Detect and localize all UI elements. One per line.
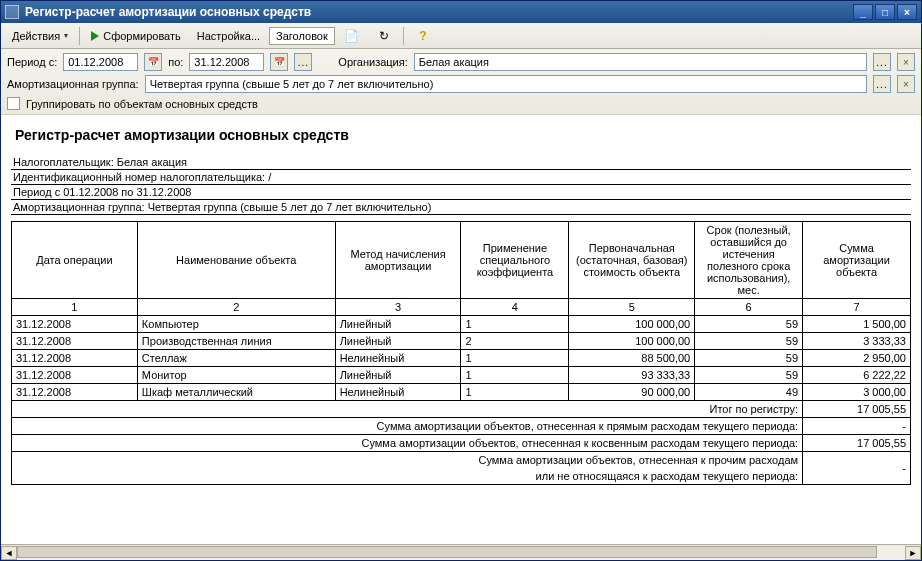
date-to-input[interactable]: 31.12.2008 bbox=[189, 53, 264, 71]
cell-method: Линейный bbox=[335, 316, 461, 333]
total-direct-row: Сумма амортизации объектов, отнесенная к… bbox=[12, 418, 911, 435]
period-to-label: по: bbox=[168, 56, 183, 68]
header-button[interactable]: Заголовок bbox=[269, 27, 335, 45]
cell-coef: 1 bbox=[461, 384, 569, 401]
separator bbox=[403, 27, 404, 45]
cell-amort: 3 000,00 bbox=[803, 384, 911, 401]
colnum: 3 bbox=[335, 299, 461, 316]
table-header-row: Дата операции Наименование объекта Метод… bbox=[12, 222, 911, 299]
col-name: Наименование объекта bbox=[137, 222, 335, 299]
cell-amort: 3 333,33 bbox=[803, 333, 911, 350]
org-select-button[interactable]: ... bbox=[873, 53, 891, 71]
cell-coef: 1 bbox=[461, 350, 569, 367]
scroll-right-arrow-icon[interactable]: ► bbox=[905, 546, 921, 560]
date-from-input[interactable]: 01.12.2008 bbox=[63, 53, 138, 71]
total-other-row2: или не относящаяся к расходам текущего п… bbox=[12, 468, 911, 485]
col-cost: Первоначальная (остаточная, базовая) сто… bbox=[569, 222, 695, 299]
period-line: Период с 01.12.2008 по 31.12.2008 bbox=[11, 185, 911, 200]
minimize-button[interactable]: _ bbox=[853, 4, 873, 20]
cell-date: 31.12.2008 bbox=[12, 350, 138, 367]
taxpayer-line: Налогоплательщик: Белая акация bbox=[11, 155, 911, 170]
tool-icon-2[interactable]: ↻ bbox=[369, 25, 399, 47]
scroll-thumb[interactable] bbox=[17, 546, 877, 558]
total-register-row: Итог по регистру: 17 005,55 bbox=[12, 401, 911, 418]
cell-term: 59 bbox=[695, 367, 803, 384]
actions-menu[interactable]: Действия ▾ bbox=[5, 27, 75, 45]
filter-panel: Период с: 01.12.2008 📅 по: 31.12.2008 📅 … bbox=[1, 49, 921, 115]
total-other-row: Сумма амортизации объектов, отнесенная к… bbox=[12, 452, 911, 469]
cell-cost: 88 500,00 bbox=[569, 350, 695, 367]
colnum: 6 bbox=[695, 299, 803, 316]
cell-method: Нелинейный bbox=[335, 384, 461, 401]
total-indirect-label: Сумма амортизации объектов, отнесенная к… bbox=[12, 435, 803, 452]
separator bbox=[79, 27, 80, 45]
scroll-left-arrow-icon[interactable]: ◄ bbox=[1, 546, 17, 560]
cell-name: Компьютер bbox=[137, 316, 335, 333]
group-input[interactable]: Четвертая группа (свыше 5 лет до 7 лет в… bbox=[145, 75, 867, 93]
cell-amort: 2 950,00 bbox=[803, 350, 911, 367]
calendar-from-button[interactable]: 📅 bbox=[144, 53, 162, 71]
total-other-value: - bbox=[803, 452, 911, 485]
table-row: 31.12.2008КомпьютерЛинейный1100 000,0059… bbox=[12, 316, 911, 333]
cell-term: 59 bbox=[695, 333, 803, 350]
window: Регистр-расчет амортизации основных сред… bbox=[0, 0, 922, 561]
help-icon: ? bbox=[415, 28, 431, 44]
cell-method: Линейный bbox=[335, 333, 461, 350]
cell-term: 49 bbox=[695, 384, 803, 401]
cell-cost: 93 333,33 bbox=[569, 367, 695, 384]
settings-button[interactable]: Настройка... bbox=[190, 27, 267, 45]
app-icon bbox=[5, 5, 19, 19]
cell-amort: 1 500,00 bbox=[803, 316, 911, 333]
colnum: 5 bbox=[569, 299, 695, 316]
cell-cost: 100 000,00 bbox=[569, 316, 695, 333]
colnum: 2 bbox=[137, 299, 335, 316]
table-row: 31.12.2008Шкаф металлическийНелинейный19… bbox=[12, 384, 911, 401]
inn-line: Идентификационный номер налогоплательщик… bbox=[11, 170, 911, 185]
cell-term: 59 bbox=[695, 350, 803, 367]
group-by-objects-label: Группировать по объектам основных средст… bbox=[26, 98, 258, 110]
report-area: Регистр-расчет амортизации основных сред… bbox=[1, 115, 921, 544]
cell-date: 31.12.2008 bbox=[12, 333, 138, 350]
tool-icon-1[interactable]: 📄 bbox=[337, 25, 367, 47]
group-line: Амортизационная группа: Четвертая группа… bbox=[11, 200, 911, 215]
maximize-button[interactable]: □ bbox=[875, 4, 895, 20]
col-method: Метод начисления амортизации bbox=[335, 222, 461, 299]
col-term: Срок (полезный, оставшийся до истечения … bbox=[695, 222, 803, 299]
org-input[interactable]: Белая акация bbox=[414, 53, 867, 71]
form-button[interactable]: Сформировать bbox=[84, 27, 188, 45]
table-row: 31.12.2008Производственная линияЛинейный… bbox=[12, 333, 911, 350]
cell-name: Монитор bbox=[137, 367, 335, 384]
close-button[interactable]: × bbox=[897, 4, 917, 20]
cell-cost: 100 000,00 bbox=[569, 333, 695, 350]
org-label: Организация: bbox=[338, 56, 407, 68]
horizontal-scrollbar[interactable]: ◄ ► bbox=[1, 544, 921, 560]
cell-name: Шкаф металлический bbox=[137, 384, 335, 401]
report-title: Регистр-расчет амортизации основных сред… bbox=[15, 127, 911, 143]
group-by-objects-checkbox[interactable] bbox=[7, 97, 20, 110]
total-direct-label: Сумма амортизации объектов, отнесенная к… bbox=[12, 418, 803, 435]
calendar-to-button[interactable]: 📅 bbox=[270, 53, 288, 71]
col-coef: Применение специального коэффициента bbox=[461, 222, 569, 299]
group-clear-button[interactable]: × bbox=[897, 75, 915, 93]
scroll-track[interactable] bbox=[17, 546, 905, 560]
cell-method: Нелинейный bbox=[335, 350, 461, 367]
colnum: 7 bbox=[803, 299, 911, 316]
period-from-label: Период с: bbox=[7, 56, 57, 68]
cell-coef: 2 bbox=[461, 333, 569, 350]
table-row: 31.12.2008СтеллажНелинейный188 500,00592… bbox=[12, 350, 911, 367]
group-label: Амортизационная группа: bbox=[7, 78, 139, 90]
colnum: 1 bbox=[12, 299, 138, 316]
titlebar: Регистр-расчет амортизации основных сред… bbox=[1, 1, 921, 23]
total-indirect-row: Сумма амортизации объектов, отнесенная к… bbox=[12, 435, 911, 452]
group-select-button[interactable]: ... bbox=[873, 75, 891, 93]
total-direct-value: - bbox=[803, 418, 911, 435]
total-indirect-value: 17 005,55 bbox=[803, 435, 911, 452]
org-clear-button[interactable]: × bbox=[897, 53, 915, 71]
period-select-button[interactable]: ... bbox=[294, 53, 312, 71]
form-label: Сформировать bbox=[103, 30, 181, 42]
settings-label: Настройка... bbox=[197, 30, 260, 42]
cell-name: Производственная линия bbox=[137, 333, 335, 350]
cell-term: 59 bbox=[695, 316, 803, 333]
help-button[interactable]: ? bbox=[408, 25, 438, 47]
play-icon bbox=[91, 31, 99, 41]
